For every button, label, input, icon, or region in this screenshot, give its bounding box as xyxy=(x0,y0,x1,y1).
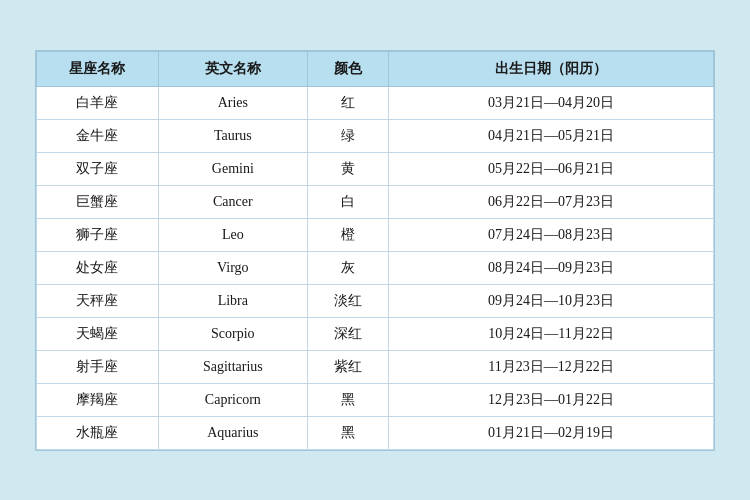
cell-english-name: Aries xyxy=(158,86,307,119)
cell-birth-date: 07月24日—08月23日 xyxy=(389,218,714,251)
cell-color: 白 xyxy=(307,185,388,218)
cell-birth-date: 03月21日—04月20日 xyxy=(389,86,714,119)
table-row: 巨蟹座Cancer白06月22日—07月23日 xyxy=(37,185,714,218)
cell-english-name: Cancer xyxy=(158,185,307,218)
cell-english-name: Aquarius xyxy=(158,416,307,449)
cell-english-name: Libra xyxy=(158,284,307,317)
cell-birth-date: 12月23日—01月22日 xyxy=(389,383,714,416)
cell-chinese-name: 双子座 xyxy=(37,152,159,185)
zodiac-table: 星座名称 英文名称 颜色 出生日期（阳历） 白羊座Aries红03月21日—04… xyxy=(36,51,714,450)
cell-chinese-name: 金牛座 xyxy=(37,119,159,152)
cell-chinese-name: 巨蟹座 xyxy=(37,185,159,218)
cell-color: 淡红 xyxy=(307,284,388,317)
table-row: 白羊座Aries红03月21日—04月20日 xyxy=(37,86,714,119)
cell-english-name: Virgo xyxy=(158,251,307,284)
header-birth-date: 出生日期（阳历） xyxy=(389,51,714,86)
cell-birth-date: 04月21日—05月21日 xyxy=(389,119,714,152)
table-row: 射手座Sagittarius紫红11月23日—12月22日 xyxy=(37,350,714,383)
cell-chinese-name: 狮子座 xyxy=(37,218,159,251)
cell-color: 黑 xyxy=(307,416,388,449)
cell-chinese-name: 水瓶座 xyxy=(37,416,159,449)
table-row: 摩羯座Capricorn黑12月23日—01月22日 xyxy=(37,383,714,416)
table-row: 水瓶座Aquarius黑01月21日—02月19日 xyxy=(37,416,714,449)
cell-english-name: Taurus xyxy=(158,119,307,152)
table-row: 双子座Gemini黄05月22日—06月21日 xyxy=(37,152,714,185)
cell-chinese-name: 白羊座 xyxy=(37,86,159,119)
cell-english-name: Scorpio xyxy=(158,317,307,350)
header-chinese-name: 星座名称 xyxy=(37,51,159,86)
cell-color: 绿 xyxy=(307,119,388,152)
table-row: 天蝎座Scorpio深红10月24日—11月22日 xyxy=(37,317,714,350)
table-row: 处女座Virgo灰08月24日—09月23日 xyxy=(37,251,714,284)
table-row: 金牛座Taurus绿04月21日—05月21日 xyxy=(37,119,714,152)
cell-chinese-name: 射手座 xyxy=(37,350,159,383)
cell-birth-date: 09月24日—10月23日 xyxy=(389,284,714,317)
cell-chinese-name: 天秤座 xyxy=(37,284,159,317)
cell-color: 深红 xyxy=(307,317,388,350)
cell-color: 黑 xyxy=(307,383,388,416)
table-row: 天秤座Libra淡红09月24日—10月23日 xyxy=(37,284,714,317)
cell-english-name: Capricorn xyxy=(158,383,307,416)
table-row: 狮子座Leo橙07月24日—08月23日 xyxy=(37,218,714,251)
cell-english-name: Sagittarius xyxy=(158,350,307,383)
cell-english-name: Leo xyxy=(158,218,307,251)
cell-birth-date: 01月21日—02月19日 xyxy=(389,416,714,449)
cell-birth-date: 08月24日—09月23日 xyxy=(389,251,714,284)
table-header-row: 星座名称 英文名称 颜色 出生日期（阳历） xyxy=(37,51,714,86)
cell-chinese-name: 摩羯座 xyxy=(37,383,159,416)
cell-birth-date: 05月22日—06月21日 xyxy=(389,152,714,185)
header-color: 颜色 xyxy=(307,51,388,86)
cell-chinese-name: 处女座 xyxy=(37,251,159,284)
zodiac-table-container: 星座名称 英文名称 颜色 出生日期（阳历） 白羊座Aries红03月21日—04… xyxy=(35,50,715,451)
cell-chinese-name: 天蝎座 xyxy=(37,317,159,350)
cell-birth-date: 10月24日—11月22日 xyxy=(389,317,714,350)
cell-color: 黄 xyxy=(307,152,388,185)
cell-color: 紫红 xyxy=(307,350,388,383)
header-english-name: 英文名称 xyxy=(158,51,307,86)
cell-birth-date: 11月23日—12月22日 xyxy=(389,350,714,383)
cell-color: 红 xyxy=(307,86,388,119)
cell-color: 灰 xyxy=(307,251,388,284)
cell-birth-date: 06月22日—07月23日 xyxy=(389,185,714,218)
cell-color: 橙 xyxy=(307,218,388,251)
table-body: 白羊座Aries红03月21日—04月20日金牛座Taurus绿04月21日—0… xyxy=(37,86,714,449)
cell-english-name: Gemini xyxy=(158,152,307,185)
